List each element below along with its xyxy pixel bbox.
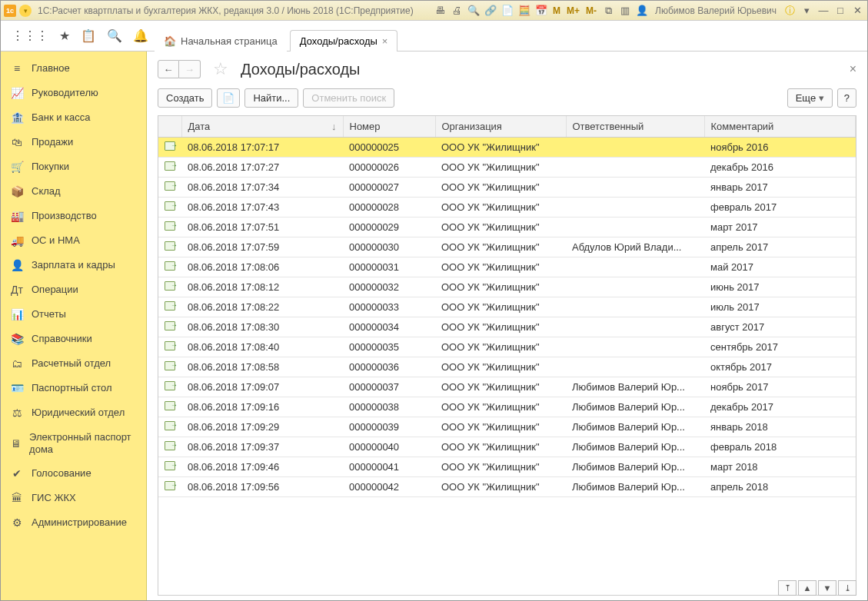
tab-income-expense[interactable]: Доходы/расходы × xyxy=(290,30,398,51)
sidebar-icon: 🏭 xyxy=(10,210,24,222)
sidebar-item-9[interactable]: ДтОперации xyxy=(1,277,146,302)
grid-header-row: Дата↓ Номер Организация Ответственный Ко… xyxy=(158,116,856,138)
table-row[interactable]: 08.06.2018 17:09:46000000041ООО УК "Жили… xyxy=(158,457,856,477)
minimize-button[interactable]: — xyxy=(816,5,830,16)
sidebar-item-17[interactable]: 🏛ГИС ЖКХ xyxy=(1,486,146,510)
windows-icon[interactable]: ⧉ xyxy=(601,5,615,17)
sort-desc-icon: ↓ xyxy=(331,121,337,132)
apps-icon[interactable]: ⋮⋮⋮ xyxy=(12,28,48,43)
cell-organization: ООО УК "Жилищник" xyxy=(435,217,566,237)
print-preview-icon[interactable]: 🖶 xyxy=(433,5,447,16)
sidebar-item-10[interactable]: 📊Отчеты xyxy=(1,302,146,327)
table-row[interactable]: 08.06.2018 17:09:29000000039ООО УК "Жили… xyxy=(158,417,856,437)
sidebar-item-16[interactable]: ✔Голосование xyxy=(1,461,146,486)
dropdown-icon[interactable]: ▾ xyxy=(19,5,32,17)
tab-home[interactable]: 🏠 Начальная страница xyxy=(155,31,287,51)
col-organization[interactable]: Организация xyxy=(435,116,566,138)
col-date[interactable]: Дата↓ xyxy=(181,116,343,138)
table-row[interactable]: 08.06.2018 17:07:27000000026ООО УК "Жили… xyxy=(158,158,856,178)
sidebar-item-0[interactable]: ≡Главное xyxy=(1,56,146,81)
row-doc-icon xyxy=(158,317,181,337)
col-number[interactable]: Номер xyxy=(343,116,435,138)
cell-comment: август 2017 xyxy=(704,317,856,337)
close-window-button[interactable]: ✕ xyxy=(850,5,864,16)
sidebar-icon: ⚙ xyxy=(10,516,24,529)
create-button[interactable]: Создать xyxy=(158,88,212,108)
memory-mminus-button[interactable]: M- xyxy=(584,5,598,16)
table-row[interactable]: 08.06.2018 17:09:07000000037ООО УК "Жили… xyxy=(158,377,856,397)
forward-button[interactable]: → xyxy=(179,60,201,78)
sidebar-item-8[interactable]: 👤Зарплата и кадры xyxy=(1,253,146,277)
search-icon[interactable]: 🔍 xyxy=(467,5,481,16)
bell-icon[interactable]: 🔔 xyxy=(133,28,148,43)
cell-responsible xyxy=(566,317,704,337)
search-top-icon[interactable]: 🔍 xyxy=(107,28,122,43)
sidebar-item-4[interactable]: 🛒Покупки xyxy=(1,154,146,179)
cell-date: 08.06.2018 17:07:59 xyxy=(181,237,343,257)
table-row[interactable]: 08.06.2018 17:07:43000000028ООО УК "Жили… xyxy=(158,198,856,217)
sidebar-item-14[interactable]: ⚖Юридический отдел xyxy=(1,400,146,425)
back-button[interactable]: ← xyxy=(158,60,179,78)
calc-icon[interactable]: 🧮 xyxy=(517,5,531,16)
maximize-button[interactable]: □ xyxy=(833,5,847,16)
col-comment[interactable]: Комментарий xyxy=(704,116,856,138)
sidebar-item-6[interactable]: 🏭Производство xyxy=(1,204,146,228)
sidebar-item-3[interactable]: 🛍Продажи xyxy=(1,130,146,154)
copy-doc-button[interactable]: 📄 xyxy=(217,88,240,108)
more-button[interactable]: Еще xyxy=(787,88,833,108)
sidebar-item-1[interactable]: 📈Руководителю xyxy=(1,81,146,105)
table-row[interactable]: 08.06.2018 17:08:12000000032ООО УК "Жили… xyxy=(158,277,856,297)
table-row[interactable]: 08.06.2018 17:07:17000000025ООО УК "Жили… xyxy=(158,138,856,158)
sidebar-item-13[interactable]: 🪪Паспортный стол xyxy=(1,376,146,400)
table-row[interactable]: 08.06.2018 17:08:58000000036ООО УК "Жили… xyxy=(158,357,856,377)
table-row[interactable]: 08.06.2018 17:09:16000000038ООО УК "Жили… xyxy=(158,397,856,417)
cell-number: 000000032 xyxy=(343,277,435,297)
table-row[interactable]: 08.06.2018 17:08:30000000034ООО УК "Жили… xyxy=(158,317,856,337)
col-responsible[interactable]: Ответственный xyxy=(566,116,704,138)
doc-icon[interactable]: 📄 xyxy=(501,5,514,16)
sidebar-item-18[interactable]: ⚙Администрирование xyxy=(1,510,146,535)
grid-up-button[interactable]: ▲ xyxy=(798,580,816,596)
sidebar-icon: Дт xyxy=(10,284,24,296)
panel-icon[interactable]: ▥ xyxy=(618,5,632,16)
grid-last-button[interactable]: ⤓ xyxy=(838,580,856,596)
cell-comment: январь 2018 xyxy=(704,417,856,437)
memory-mplus-button[interactable]: M+ xyxy=(565,5,581,16)
cell-comment: июнь 2017 xyxy=(704,277,856,297)
table-row[interactable]: 08.06.2018 17:08:22000000033ООО УК "Жили… xyxy=(158,297,856,317)
cell-responsible xyxy=(566,337,704,357)
favorite-star-icon[interactable]: ☆ xyxy=(213,59,228,79)
find-button[interactable]: Найти... xyxy=(244,88,298,108)
data-grid[interactable]: Дата↓ Номер Организация Ответственный Ко… xyxy=(158,115,856,596)
link-icon[interactable]: 🔗 xyxy=(484,5,497,16)
table-row[interactable]: 08.06.2018 17:07:34000000027ООО УК "Жили… xyxy=(158,178,856,198)
calendar-icon[interactable]: 📅 xyxy=(534,5,548,16)
help-button[interactable]: ? xyxy=(837,88,856,108)
menu-drop-icon[interactable]: ▾ xyxy=(800,5,813,16)
print-icon[interactable]: 🖨 xyxy=(450,5,464,16)
table-row[interactable]: 08.06.2018 17:08:40000000035ООО УК "Жили… xyxy=(158,337,856,357)
cell-responsible xyxy=(566,198,704,217)
close-page-icon[interactable]: × xyxy=(850,62,856,76)
cell-organization: ООО УК "Жилищник" xyxy=(435,417,566,437)
favorite-icon[interactable]: ★ xyxy=(59,28,70,43)
sidebar-item-5[interactable]: 📦Склад xyxy=(1,179,146,204)
tab-close-icon[interactable]: × xyxy=(382,35,388,47)
cancel-search-button[interactable]: Отменить поиск xyxy=(303,88,394,108)
table-row[interactable]: 08.06.2018 17:08:06000000031ООО УК "Жили… xyxy=(158,257,856,277)
sidebar-item-15[interactable]: 🖥Электронный паспорт дома xyxy=(1,425,146,461)
clipboard-icon[interactable]: 📋 xyxy=(81,28,96,43)
table-row[interactable]: 08.06.2018 17:07:59000000030ООО УК "Жили… xyxy=(158,237,856,257)
table-row[interactable]: 08.06.2018 17:09:56000000042ООО УК "Жили… xyxy=(158,477,856,497)
grid-down-button[interactable]: ▼ xyxy=(818,580,836,596)
info-icon[interactable]: ⓘ xyxy=(783,4,796,18)
col-icon[interactable] xyxy=(158,116,181,138)
table-row[interactable]: 08.06.2018 17:09:37000000040ООО УК "Жили… xyxy=(158,437,856,457)
grid-first-button[interactable]: ⤒ xyxy=(778,580,796,596)
sidebar-item-12[interactable]: 🗂Расчетный отдел xyxy=(1,351,146,376)
sidebar-item-2[interactable]: 🏦Банк и касса xyxy=(1,105,146,130)
sidebar-item-7[interactable]: 🚚ОС и НМА xyxy=(1,228,146,253)
memory-m-button[interactable]: M xyxy=(551,5,562,16)
table-row[interactable]: 08.06.2018 17:07:51000000029ООО УК "Жили… xyxy=(158,217,856,237)
sidebar-item-11[interactable]: 📚Справочники xyxy=(1,327,146,351)
